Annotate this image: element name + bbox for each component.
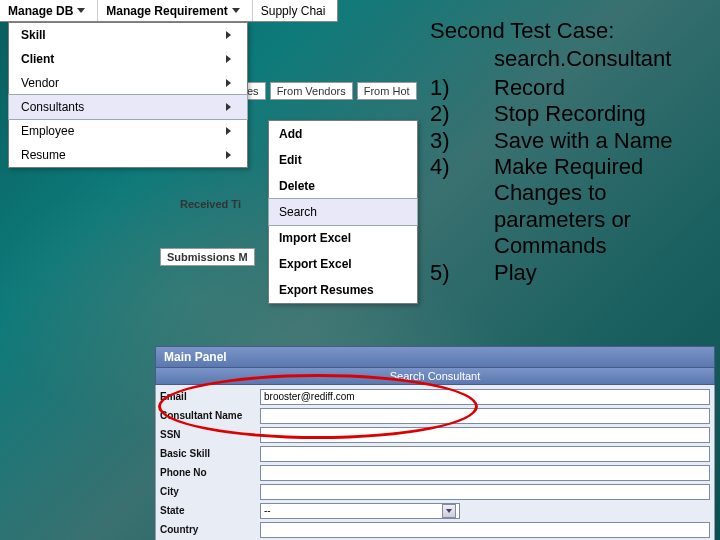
chevron-right-icon — [226, 151, 231, 159]
chevron-right-icon — [226, 127, 231, 135]
menubar-manage-requirement[interactable]: Manage Requirement — [98, 0, 252, 21]
chevron-right-icon — [226, 103, 231, 111]
label-state: State — [160, 505, 260, 516]
step-num: 3) — [430, 128, 494, 154]
submenu-edit[interactable]: Edit — [269, 147, 417, 173]
menubar-label: Manage DB — [8, 4, 73, 18]
dropdown-button[interactable] — [442, 504, 456, 518]
overlay-subtitle: search.Consultant — [430, 46, 710, 72]
overlay-title: Second Test Case: — [430, 18, 710, 44]
ssn-field[interactable] — [260, 427, 710, 443]
chevron-down-icon — [77, 8, 85, 13]
chevron-right-icon — [226, 79, 231, 87]
label-consultant-name: Consultant Name — [160, 410, 260, 421]
label-email: Email — [160, 391, 260, 402]
background-tabs: es From Vendors From Hot — [240, 82, 417, 100]
submissions-label: Submissions M — [160, 248, 255, 266]
submenu-export-excel[interactable]: Export Excel — [269, 251, 417, 277]
panel-subtitle: Search Consultant — [155, 368, 715, 385]
dd-client[interactable]: Client — [9, 47, 247, 71]
step-num: 2) — [430, 101, 494, 127]
step-num: 5) — [430, 260, 494, 286]
country-field[interactable] — [260, 522, 710, 538]
label-ssn: SSN — [160, 429, 260, 440]
chevron-down-icon — [232, 8, 240, 13]
tab-from-hot[interactable]: From Hot — [357, 82, 417, 100]
dd-resume[interactable]: Resume — [9, 143, 247, 167]
submenu-add[interactable]: Add — [269, 121, 417, 147]
manage-db-dropdown: Skill Client Vendor Consultants Employee… — [8, 22, 248, 168]
chevron-right-icon — [226, 55, 231, 63]
chevron-right-icon — [226, 31, 231, 39]
dd-vendor[interactable]: Vendor — [9, 71, 247, 95]
submenu-export-resumes[interactable]: Export Resumes — [269, 277, 417, 303]
step-text: Stop Recording — [494, 101, 710, 127]
panel-title: Main Panel — [155, 346, 715, 368]
state-select[interactable]: -- — [260, 503, 460, 519]
menubar-label: Supply Chai — [261, 4, 326, 18]
step-num: 1) — [430, 75, 494, 101]
step-text: Make Required Changes to parameters or C… — [494, 154, 710, 260]
menubar: Manage DB Manage Requirement Supply Chai — [0, 0, 338, 22]
dd-skill[interactable]: Skill — [9, 23, 247, 47]
submenu-delete[interactable]: Delete — [269, 173, 417, 199]
step-text: Play — [494, 260, 710, 286]
tab-from-vendors[interactable]: From Vendors — [270, 82, 353, 100]
state-value: -- — [264, 505, 271, 516]
city-field[interactable] — [260, 484, 710, 500]
menubar-manage-db[interactable]: Manage DB — [0, 0, 98, 21]
overlay-steps: Second Test Case: search.Consultant 1)Re… — [430, 18, 710, 286]
menubar-supply-chain[interactable]: Supply Chai — [253, 0, 339, 21]
email-field[interactable] — [260, 389, 710, 405]
search-consultant-panel: Main Panel Search Consultant Email Consu… — [155, 346, 715, 540]
dd-employee[interactable]: Employee — [9, 119, 247, 143]
chevron-down-icon — [446, 509, 452, 513]
step-num: 4) — [430, 154, 494, 260]
label-city: City — [160, 486, 260, 497]
submenu-import-excel[interactable]: Import Excel — [269, 225, 417, 251]
submenu-search[interactable]: Search — [268, 198, 418, 226]
consultant-name-field[interactable] — [260, 408, 710, 424]
label-basic-skill: Basic Skill — [160, 448, 260, 459]
phone-field[interactable] — [260, 465, 710, 481]
basic-skill-field[interactable] — [260, 446, 710, 462]
dd-consultants[interactable]: Consultants — [8, 94, 248, 120]
step-text: Save with a Name — [494, 128, 710, 154]
label-country: Country — [160, 524, 260, 535]
label-phone: Phone No — [160, 467, 260, 478]
consultants-submenu: Add Edit Delete Search Import Excel Expo… — [268, 120, 418, 304]
received-label: Received Ti — [180, 198, 241, 210]
step-text: Record — [494, 75, 710, 101]
menubar-label: Manage Requirement — [106, 4, 227, 18]
